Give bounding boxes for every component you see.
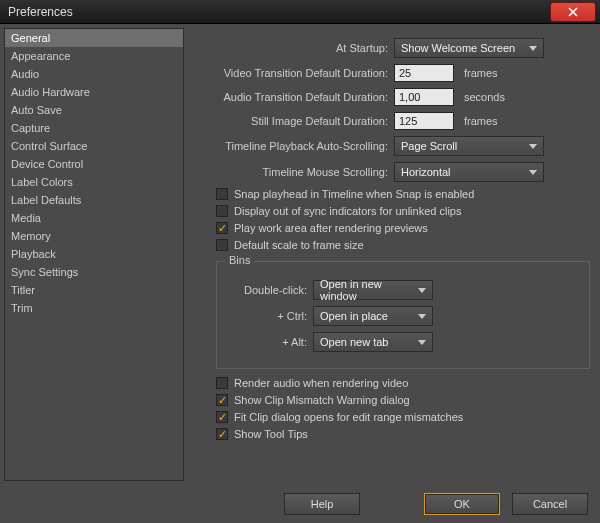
bins-dblclick-label: Double-click: <box>227 284 307 296</box>
sidebar-item-capture[interactable]: Capture <box>5 119 183 137</box>
sidebar-item-label-defaults[interactable]: Label Defaults <box>5 191 183 209</box>
seconds-unit: seconds <box>460 91 505 103</box>
timeline-auto-label: Timeline Playback Auto-Scrolling: <box>198 140 388 152</box>
still-dur-input[interactable] <box>394 112 454 130</box>
sidebar-item-general[interactable]: General <box>5 29 183 47</box>
sidebar-item-playback[interactable]: Playback <box>5 245 183 263</box>
sidebar-item-control-surface[interactable]: Control Surface <box>5 137 183 155</box>
audio-trans-input[interactable] <box>394 88 454 106</box>
checkbox-fitClip[interactable] <box>216 411 228 423</box>
checkbox-renderAudio[interactable] <box>216 377 228 389</box>
bins-dblclick-select[interactable]: Open in new window <box>313 280 433 300</box>
chevron-down-icon <box>529 144 537 149</box>
bins-alt-value: Open new tab <box>320 336 389 348</box>
option-snapPlayhead: Snap playhead in Timeline when Snap is e… <box>216 188 590 200</box>
checkbox-label-showTooltips: Show Tool Tips <box>234 428 308 440</box>
checkbox-defaultScale[interactable] <box>216 239 228 251</box>
window-title: Preferences <box>8 5 73 19</box>
ok-button[interactable]: OK <box>424 493 500 515</box>
checkbox-snapPlayhead[interactable] <box>216 188 228 200</box>
sidebar-item-audio-hardware[interactable]: Audio Hardware <box>5 83 183 101</box>
help-button[interactable]: Help <box>284 493 360 515</box>
checkbox-displayOOS[interactable] <box>216 205 228 217</box>
option-renderAudio: Render audio when rendering video <box>216 377 590 389</box>
chevron-down-icon <box>529 46 537 51</box>
dialog-footer: Help OK Cancel <box>0 485 600 523</box>
sidebar-item-audio[interactable]: Audio <box>5 65 183 83</box>
bins-ctrl-select[interactable]: Open in place <box>313 306 433 326</box>
checkbox-label-renderAudio: Render audio when rendering video <box>234 377 408 389</box>
bins-ctrl-label: + Ctrl: <box>227 310 307 322</box>
option-showTooltips: Show Tool Tips <box>216 428 590 440</box>
sidebar-item-sync-settings[interactable]: Sync Settings <box>5 263 183 281</box>
timeline-mouse-label: Timeline Mouse Scrolling: <box>198 166 388 178</box>
title-bar: Preferences <box>0 0 600 24</box>
at-startup-value: Show Welcome Screen <box>401 42 515 54</box>
chevron-down-icon <box>418 314 426 319</box>
sidebar-item-memory[interactable]: Memory <box>5 227 183 245</box>
close-icon <box>568 7 578 17</box>
chevron-down-icon <box>418 288 426 293</box>
timeline-auto-select[interactable]: Page Scroll <box>394 136 544 156</box>
checkbox-label-defaultScale: Default scale to frame size <box>234 239 364 251</box>
bins-title: Bins <box>225 254 254 266</box>
timeline-mouse-value: Horizontal <box>401 166 451 178</box>
sidebar-item-appearance[interactable]: Appearance <box>5 47 183 65</box>
frames-unit: frames <box>460 67 498 79</box>
option-defaultScale: Default scale to frame size <box>216 239 590 251</box>
timeline-mouse-select[interactable]: Horizontal <box>394 162 544 182</box>
content-area: GeneralAppearanceAudioAudio HardwareAuto… <box>0 24 600 485</box>
bins-group: Bins Double-click: Open in new window + … <box>216 261 590 369</box>
at-startup-select[interactable]: Show Welcome Screen <box>394 38 544 58</box>
option-fitClip: Fit Clip dialog opens for edit range mis… <box>216 411 590 423</box>
still-dur-label: Still Image Default Duration: <box>198 115 388 127</box>
checkbox-label-fitClip: Fit Clip dialog opens for edit range mis… <box>234 411 463 423</box>
cancel-button[interactable]: Cancel <box>512 493 588 515</box>
option-displayOOS: Display out of sync indicators for unlin… <box>216 205 590 217</box>
checkbox-label-playWorkArea: Play work area after rendering previews <box>234 222 428 234</box>
audio-trans-label: Audio Transition Default Duration: <box>198 91 388 103</box>
option-showMismatch: Show Clip Mismatch Warning dialog <box>216 394 590 406</box>
bins-dblclick-value: Open in new window <box>320 278 418 302</box>
checkbox-showMismatch[interactable] <box>216 394 228 406</box>
chevron-down-icon <box>418 340 426 345</box>
at-startup-label: At Startup: <box>198 42 388 54</box>
sidebar-item-media[interactable]: Media <box>5 209 183 227</box>
sidebar-item-titler[interactable]: Titler <box>5 281 183 299</box>
general-panel: At Startup: Show Welcome Screen Video Tr… <box>184 28 596 481</box>
sidebar-item-device-control[interactable]: Device Control <box>5 155 183 173</box>
frames-unit-2: frames <box>460 115 498 127</box>
video-trans-label: Video Transition Default Duration: <box>198 67 388 79</box>
checkbox-playWorkArea[interactable] <box>216 222 228 234</box>
bins-alt-select[interactable]: Open new tab <box>313 332 433 352</box>
checkbox-label-snapPlayhead: Snap playhead in Timeline when Snap is e… <box>234 188 474 200</box>
video-trans-input[interactable] <box>394 64 454 82</box>
checkbox-showTooltips[interactable] <box>216 428 228 440</box>
bins-alt-label: + Alt: <box>227 336 307 348</box>
chevron-down-icon <box>529 170 537 175</box>
category-sidebar[interactable]: GeneralAppearanceAudioAudio HardwareAuto… <box>4 28 184 481</box>
close-button[interactable] <box>550 2 596 22</box>
sidebar-item-label-colors[interactable]: Label Colors <box>5 173 183 191</box>
checkbox-label-showMismatch: Show Clip Mismatch Warning dialog <box>234 394 410 406</box>
sidebar-item-trim[interactable]: Trim <box>5 299 183 317</box>
bins-ctrl-value: Open in place <box>320 310 388 322</box>
sidebar-item-auto-save[interactable]: Auto Save <box>5 101 183 119</box>
timeline-auto-value: Page Scroll <box>401 140 457 152</box>
checkbox-label-displayOOS: Display out of sync indicators for unlin… <box>234 205 461 217</box>
option-playWorkArea: Play work area after rendering previews <box>216 222 590 234</box>
